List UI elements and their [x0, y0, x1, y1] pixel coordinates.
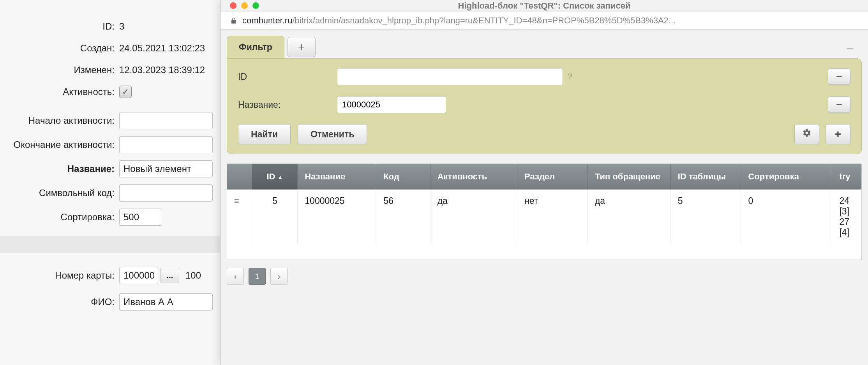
cell-section: нет — [517, 190, 588, 244]
filter-id-input[interactable] — [337, 68, 563, 85]
card-lookup-button[interactable]: ... — [161, 268, 179, 283]
cell-tableid: 5 — [670, 190, 741, 244]
col-extra[interactable]: try — [832, 164, 861, 190]
filter-settings-button[interactable] — [794, 124, 819, 144]
col-type[interactable]: Тип обращение — [587, 164, 670, 190]
lock-icon — [230, 17, 238, 25]
fio-input[interactable] — [119, 293, 213, 311]
col-sort[interactable]: Сортировка — [741, 164, 832, 190]
active-from-input[interactable] — [119, 112, 213, 129]
modified-value: 12.03.2023 18:39:12 — [119, 65, 205, 75]
col-tableid[interactable]: ID таблицы — [670, 164, 741, 190]
col-name[interactable]: Название — [298, 164, 376, 190]
plus-icon: + — [298, 40, 305, 54]
col-active[interactable]: Активность — [430, 164, 517, 190]
cell-name: 10000025 — [298, 190, 376, 244]
help-icon[interactable]: ? — [568, 72, 572, 82]
sort-label: Сортировка: — [0, 212, 119, 223]
created-value: 24.05.2021 13:02:23 — [119, 43, 205, 54]
pager: ‹ 1 › — [227, 268, 862, 285]
gear-icon — [802, 128, 812, 140]
url-text[interactable]: comhunter.ru/bitrix/admin/asnadakov_hlpr… — [242, 16, 676, 26]
find-button[interactable]: Найти — [238, 124, 291, 144]
modified-label: Изменен: — [0, 65, 119, 75]
id-label: ID: — [0, 21, 119, 32]
sort-input[interactable] — [119, 209, 162, 226]
filter-id-remove-button[interactable]: − — [828, 68, 850, 85]
cell-code: 56 — [376, 190, 430, 244]
col-section[interactable]: Раздел — [517, 164, 588, 190]
filter-name-remove-button[interactable]: − — [828, 97, 850, 113]
id-value: 3 — [119, 21, 124, 32]
filter-id-label: ID — [238, 72, 337, 82]
code-input[interactable] — [119, 184, 213, 202]
filter-add-button[interactable]: + — [826, 124, 850, 144]
minus-icon: − — [836, 98, 842, 111]
cell-type: да — [587, 190, 670, 244]
filter-tab[interactable]: Фильтр — [227, 36, 284, 58]
minus-icon: − — [846, 41, 854, 56]
cell-sort: 0 — [741, 190, 832, 244]
cell-active: да — [430, 190, 517, 244]
filter-name-input[interactable] — [337, 96, 446, 113]
row-menu-icon[interactable]: ≡ — [234, 196, 239, 206]
filter-name-label: Название: — [238, 100, 337, 110]
window-titlebar: Highload-блок "TestQR": Список записей — [221, 0, 868, 12]
active-from-label: Начало активности: — [0, 115, 119, 126]
name-input[interactable] — [119, 160, 213, 177]
col-id[interactable]: ID▲ — [252, 164, 298, 190]
active-checkbox[interactable]: ✓ — [119, 86, 132, 98]
popup-window: Highload-блок "TestQR": Список записей c… — [220, 0, 868, 365]
pager-prev-button[interactable]: ‹ — [227, 268, 244, 285]
active-to-label: Окончание активности: — [0, 139, 119, 150]
table-row[interactable]: ≡ 5 10000025 56 да нет да 5 0 24 [3] 27 … — [227, 190, 861, 244]
card-input[interactable] — [119, 267, 158, 284]
cell-extra: 24 [3] 27 [4] — [832, 190, 861, 244]
code-label: Символьный код: — [0, 188, 119, 198]
address-bar: comhunter.ru/bitrix/admin/asnadakov_hlpr… — [221, 12, 868, 30]
plus-icon: + — [835, 128, 841, 140]
name-label: Название: — [0, 163, 119, 174]
results-table: ID▲ Название Код Активность Раздел Тип о… — [227, 163, 862, 260]
card-after-text: 100 — [185, 270, 201, 281]
minus-icon: − — [836, 70, 842, 83]
col-code[interactable]: Код — [376, 164, 430, 190]
row-menu-header — [227, 164, 252, 190]
cell-id: 5 — [252, 190, 298, 244]
add-filter-tab-button[interactable]: + — [288, 37, 316, 57]
pager-next-button[interactable]: › — [270, 268, 288, 285]
window-title: Highload-блок "TestQR": Список записей — [221, 1, 868, 11]
active-to-input[interactable] — [119, 136, 213, 153]
cancel-button[interactable]: Отменить — [298, 124, 367, 144]
pager-page-1[interactable]: 1 — [249, 268, 266, 285]
table-header-row: ID▲ Название Код Активность Раздел Тип о… — [227, 164, 861, 190]
card-label: Номер карты: — [0, 270, 119, 281]
filter-body: ID ? − Название: − Найти Отменить — [227, 58, 862, 154]
sort-asc-icon: ▲ — [277, 174, 283, 180]
created-label: Создан: — [0, 43, 119, 54]
fio-label: ФИО: — [0, 297, 119, 307]
active-label: Активность: — [0, 86, 119, 97]
filter-collapse-button[interactable]: − — [846, 41, 854, 58]
